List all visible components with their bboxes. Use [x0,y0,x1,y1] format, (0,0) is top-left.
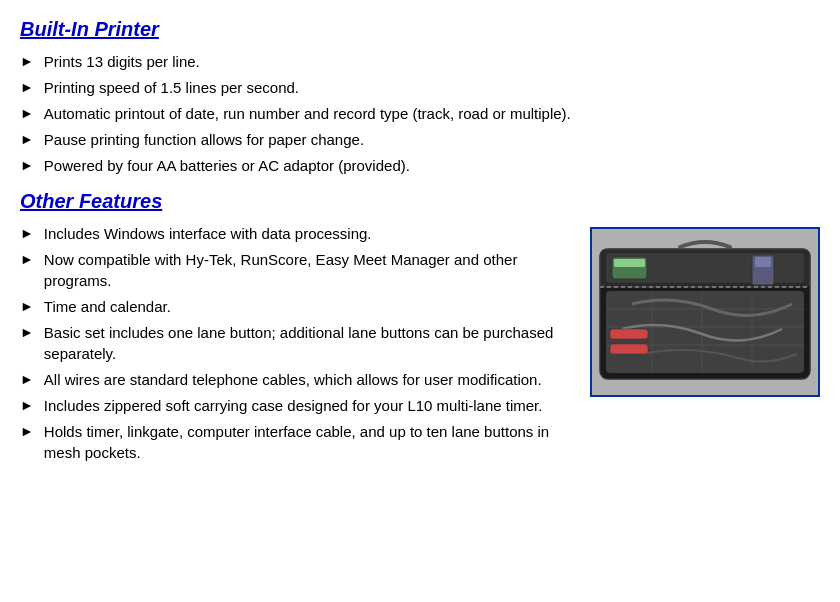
list-item: ► All wires are standard telephone cable… [20,369,572,390]
list-item: ► Printing speed of 1.5 lines per second… [20,77,820,98]
svg-rect-16 [610,344,648,354]
list-item: ► Automatic printout of date, run number… [20,103,820,124]
bullet-text: Now compatible with Hy-Tek, RunScore, Ea… [44,249,572,291]
bullet-arrow-icon: ► [20,52,34,72]
list-item: ► Holds timer, linkgate, computer interf… [20,421,572,463]
bullet-arrow-icon: ► [20,370,34,390]
bullet-arrow-icon: ► [20,156,34,176]
list-item: ► Includes Windows interface with data p… [20,223,572,244]
bullet-arrow-icon: ► [20,396,34,416]
svg-rect-14 [755,257,771,267]
bullet-text: Automatic printout of date, run number a… [44,103,820,124]
bullet-text: Printing speed of 1.5 lines per second. [44,77,820,98]
bullet-arrow-icon: ► [20,78,34,98]
printer-section-title: Built-In Printer [20,18,820,41]
list-item: ► Time and calendar. [20,296,572,317]
other-features-section-title: Other Features [20,190,820,213]
bullet-text: Prints 13 digits per line. [44,51,820,72]
bullet-arrow-icon: ► [20,224,34,244]
list-item: ► Pause printing function allows for pap… [20,129,820,150]
bullet-arrow-icon: ► [20,323,34,343]
bullet-arrow-icon: ► [20,130,34,150]
list-item: ► Includes zippered soft carrying case d… [20,395,572,416]
list-item: ► Powered by four AA batteries or AC ada… [20,155,820,176]
bullet-text: Time and calendar. [44,296,572,317]
carrying-case-image [590,227,820,397]
list-item: ► Basic set includes one lane button; ad… [20,322,572,364]
bullet-text: Holds timer, linkgate, computer interfac… [44,421,572,463]
bullet-arrow-icon: ► [20,250,34,270]
bullet-text: Includes zippered soft carrying case des… [44,395,572,416]
svg-rect-12 [614,259,645,267]
svg-rect-15 [610,329,648,339]
other-features-text-column: ► Includes Windows interface with data p… [20,223,572,477]
bullet-text: Powered by four AA batteries or AC adapt… [44,155,820,176]
other-features-bullet-list: ► Includes Windows interface with data p… [20,223,572,463]
bullet-arrow-icon: ► [20,104,34,124]
bullet-text: Includes Windows interface with data pro… [44,223,572,244]
other-features-section: ► Includes Windows interface with data p… [20,223,820,477]
list-item: ► Prints 13 digits per line. [20,51,820,72]
bullet-text: All wires are standard telephone cables,… [44,369,572,390]
bullet-arrow-icon: ► [20,297,34,317]
bullet-arrow-icon: ► [20,422,34,442]
printer-bullet-list: ► Prints 13 digits per line. ► Printing … [20,51,820,176]
bullet-text: Pause printing function allows for paper… [44,129,820,150]
bullet-text: Basic set includes one lane button; addi… [44,322,572,364]
carrying-case-svg [592,229,818,395]
list-item: ► Now compatible with Hy-Tek, RunScore, … [20,249,572,291]
